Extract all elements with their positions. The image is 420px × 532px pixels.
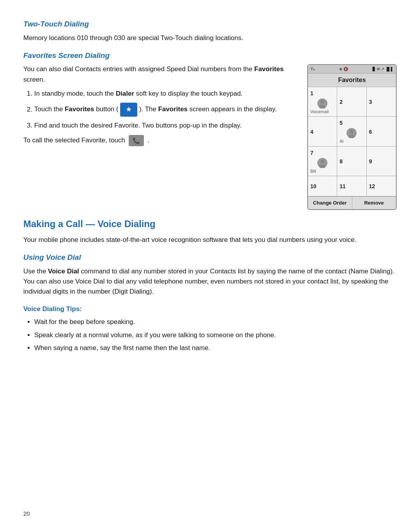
phone-cell-12: 12 [367,176,396,196]
status-signal: Y₄ [310,66,315,72]
voice-tips-list: Wait for the beep before speaking. Speak… [34,317,397,353]
making-call-title: Making a Call — Voice Dialing [23,217,397,231]
using-voice-dial-section: Using Voice Dial Use the Voice Dial comm… [23,252,397,297]
voice-tip-2: Speak clearly at a normal volume, as if … [34,330,397,340]
status-missed-icon: ↗ [381,66,384,72]
favorites-intro: You can also dial Contacts entries with … [23,64,296,85]
status-battery-icon: ▊ [373,66,376,72]
favorites-screen-section: Favorites Screen Dialing You can also di… [23,50,397,210]
phone-change-order-btn[interactable]: Change Order [308,197,352,209]
phone-title-bar: Favorites [308,74,396,87]
making-call-section: Making a Call — Voice Dialing Your mobil… [23,217,397,245]
phone-cell-2: 2 [337,87,366,117]
phone-status-bar: Y₄ ⊕ 🔇 ▊ ✉ ↗ ▐▌▌ [308,65,396,74]
favorites-text-column: You can also dial Contacts entries with … [23,64,296,150]
phone-remove-btn[interactable]: Remove [352,197,396,209]
phone-cell-1: 1 Voicemail [308,87,337,117]
avatar-5 [346,128,357,138]
status-mail-icon: ✉ [377,66,380,72]
svg-point-1 [319,105,326,108]
voice-tips-title: Voice Dialing Tips: [23,304,397,314]
phone-cell-7: 7 Bill [308,147,337,177]
favorites-screen-title: Favorites Screen Dialing [23,50,397,61]
favorites-step-3: Find and touch the desired Favorite. Two… [34,121,296,131]
using-voice-dial-body: Use the Voice Dial command to dial any n… [23,266,397,297]
status-compass-icon: ⊕ [339,66,342,72]
status-ringer-icon: 🔇 [343,66,348,72]
svg-point-2 [350,130,354,133]
star-button-icon: ★ [120,103,137,117]
avatar-7 [317,158,327,168]
two-touch-section: Two-Touch Dialing Memory locations 010 t… [23,19,397,43]
status-right-icons: ▊ ✉ ↗ ▐▌▌ [373,66,394,72]
phone-grid: 1 Voicemail 2 3 4 5 [308,87,396,197]
call-button-icon: 📞 [129,135,144,146]
making-call-body: Your mobile phone includes state-of-the-… [23,235,397,245]
voice-dialing-tips-section: Voice Dialing Tips: Wait for the beep be… [23,304,397,354]
svg-point-4 [320,159,324,163]
voice-tip-3: When saying a name, say the first name t… [34,343,397,353]
phone-cell-4: 4 [308,117,337,147]
phone-cell-10: 10 [308,176,337,196]
favorites-steps: In standby mode, touch the Dialer soft k… [34,89,296,131]
avatar-1 [317,98,327,108]
phone-footer: Change Order Remove [308,197,396,209]
svg-point-0 [320,100,324,104]
using-voice-dial-title: Using Voice Dial [23,252,397,263]
phone-cell-9: 9 [367,147,396,177]
svg-point-5 [319,164,326,168]
phone-cell-8: 8 [337,147,366,177]
two-touch-title: Two-Touch Dialing [23,19,397,30]
favorites-step-1: In standby mode, touch the Dialer soft k… [34,89,296,99]
favorites-layout: You can also dial Contacts entries with … [23,64,397,210]
svg-point-3 [348,135,355,138]
phone-mockup: Y₄ ⊕ 🔇 ▊ ✉ ↗ ▐▌▌ Favorites 1 [307,64,397,210]
phone-cell-5: 5 Al [337,117,366,147]
voice-tip-1: Wait for the beep before speaking. [34,317,397,327]
phone-cell-11: 11 [337,176,366,196]
phone-cell-6: 6 [367,117,396,147]
call-selected-text: To call the selected Favorite, touch 📞 . [23,135,296,146]
two-touch-body: Memory locations 010 through 030 are spe… [23,33,397,43]
page-number: 20 [23,509,30,518]
status-icons-group: ⊕ 🔇 [339,66,348,72]
phone-cell-3: 3 [367,87,396,117]
status-bars-icon: ▐▌▌ [385,66,394,72]
favorites-step-2: Touch the Favorites button ( ★ ). The Fa… [34,103,296,117]
